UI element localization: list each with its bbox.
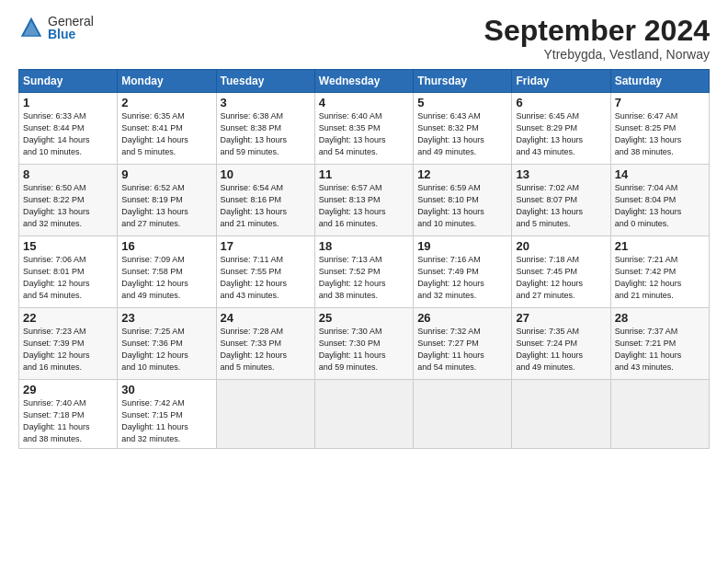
day-number: 20	[516, 239, 606, 253]
table-row	[314, 380, 413, 449]
table-row	[512, 380, 610, 449]
table-row: 22Sunrise: 7:23 AM Sunset: 7:39 PM Dayli…	[19, 308, 118, 380]
day-number: 18	[319, 239, 409, 253]
table-row	[216, 380, 314, 449]
day-number: 1	[23, 96, 113, 109]
day-info: Sunrise: 6:47 AM Sunset: 8:25 PM Dayligh…	[615, 110, 705, 158]
table-row: 17Sunrise: 7:11 AM Sunset: 7:55 PM Dayli…	[216, 236, 314, 308]
day-info: Sunrise: 6:45 AM Sunset: 8:29 PM Dayligh…	[516, 110, 606, 158]
day-info: Sunrise: 7:11 AM Sunset: 7:55 PM Dayligh…	[221, 254, 311, 302]
day-number: 11	[319, 167, 409, 181]
page-header: General Blue September 2024 Ytrebygda, V…	[18, 15, 710, 62]
day-info: Sunrise: 6:54 AM Sunset: 8:16 PM Dayligh…	[221, 182, 311, 230]
day-number: 22	[23, 311, 113, 325]
table-row: 30Sunrise: 7:42 AM Sunset: 7:15 PM Dayli…	[118, 380, 216, 449]
day-info: Sunrise: 7:23 AM Sunset: 7:39 PM Dayligh…	[23, 326, 113, 373]
table-row: 10Sunrise: 6:54 AM Sunset: 8:16 PM Dayli…	[216, 165, 314, 236]
title-block: September 2024 Ytrebygda, Vestland, Norw…	[484, 15, 710, 62]
table-row: 19Sunrise: 7:16 AM Sunset: 7:49 PM Dayli…	[414, 236, 512, 308]
day-number: 28	[615, 311, 705, 325]
month-title: September 2024	[484, 15, 710, 47]
table-row: 24Sunrise: 7:28 AM Sunset: 7:33 PM Dayli…	[216, 308, 314, 380]
calendar-header-row: Sunday Monday Tuesday Wednesday Thursday…	[19, 70, 710, 93]
day-number: 3	[221, 96, 311, 109]
day-info: Sunrise: 7:13 AM Sunset: 7:52 PM Dayligh…	[319, 254, 409, 302]
day-number: 29	[23, 383, 113, 396]
table-row: 14Sunrise: 7:04 AM Sunset: 8:04 PM Dayli…	[610, 165, 709, 236]
day-number: 17	[221, 239, 311, 253]
day-number: 26	[417, 311, 507, 325]
table-row: 7Sunrise: 6:47 AM Sunset: 8:25 PM Daylig…	[610, 93, 709, 165]
col-monday: Monday	[118, 70, 216, 93]
day-info: Sunrise: 7:18 AM Sunset: 7:45 PM Dayligh…	[516, 254, 606, 302]
day-info: Sunrise: 6:33 AM Sunset: 8:44 PM Dayligh…	[23, 110, 113, 158]
table-row: 12Sunrise: 6:59 AM Sunset: 8:10 PM Dayli…	[414, 165, 512, 236]
table-row: 29Sunrise: 7:40 AM Sunset: 7:18 PM Dayli…	[19, 380, 118, 449]
location-subtitle: Ytrebygda, Vestland, Norway	[484, 47, 710, 62]
day-number: 12	[417, 167, 507, 181]
table-row: 2Sunrise: 6:35 AM Sunset: 8:41 PM Daylig…	[118, 93, 216, 165]
col-tuesday: Tuesday	[216, 70, 314, 93]
day-info: Sunrise: 7:40 AM Sunset: 7:18 PM Dayligh…	[23, 397, 113, 445]
day-number: 6	[516, 96, 606, 109]
day-info: Sunrise: 7:32 AM Sunset: 7:27 PM Dayligh…	[417, 326, 507, 373]
day-info: Sunrise: 7:09 AM Sunset: 7:58 PM Dayligh…	[121, 254, 211, 302]
day-number: 24	[221, 311, 311, 325]
day-info: Sunrise: 7:21 AM Sunset: 7:42 PM Dayligh…	[615, 254, 705, 302]
table-row: 6Sunrise: 6:45 AM Sunset: 8:29 PM Daylig…	[512, 93, 610, 165]
day-info: Sunrise: 7:30 AM Sunset: 7:30 PM Dayligh…	[319, 326, 409, 373]
col-friday: Friday	[512, 70, 610, 93]
logo: General Blue	[18, 15, 94, 40]
table-row: 4Sunrise: 6:40 AM Sunset: 8:35 PM Daylig…	[314, 93, 413, 165]
table-row	[414, 380, 512, 449]
col-wednesday: Wednesday	[314, 70, 413, 93]
logo-general-text: General	[48, 15, 94, 28]
table-row: 11Sunrise: 6:57 AM Sunset: 8:13 PM Dayli…	[314, 165, 413, 236]
col-sunday: Sunday	[19, 70, 118, 93]
day-info: Sunrise: 6:57 AM Sunset: 8:13 PM Dayligh…	[319, 182, 409, 230]
day-info: Sunrise: 7:28 AM Sunset: 7:33 PM Dayligh…	[221, 326, 311, 373]
day-number: 9	[121, 167, 211, 181]
table-row: 15Sunrise: 7:06 AM Sunset: 8:01 PM Dayli…	[19, 236, 118, 308]
table-row: 16Sunrise: 7:09 AM Sunset: 7:58 PM Dayli…	[118, 236, 216, 308]
table-row: 18Sunrise: 7:13 AM Sunset: 7:52 PM Dayli…	[314, 236, 413, 308]
day-info: Sunrise: 7:06 AM Sunset: 8:01 PM Dayligh…	[23, 254, 113, 302]
table-row: 9Sunrise: 6:52 AM Sunset: 8:19 PM Daylig…	[118, 165, 216, 236]
logo-blue-text: Blue	[48, 28, 94, 40]
table-row: 25Sunrise: 7:30 AM Sunset: 7:30 PM Dayli…	[314, 308, 413, 380]
day-info: Sunrise: 6:40 AM Sunset: 8:35 PM Dayligh…	[319, 110, 409, 158]
day-info: Sunrise: 7:35 AM Sunset: 7:24 PM Dayligh…	[516, 326, 606, 373]
day-number: 5	[417, 96, 507, 109]
day-info: Sunrise: 7:16 AM Sunset: 7:49 PM Dayligh…	[417, 254, 507, 302]
day-number: 23	[121, 311, 211, 325]
day-number: 14	[615, 167, 705, 181]
day-number: 7	[615, 96, 705, 109]
day-info: Sunrise: 6:52 AM Sunset: 8:19 PM Dayligh…	[121, 182, 211, 230]
day-info: Sunrise: 6:35 AM Sunset: 8:41 PM Dayligh…	[121, 110, 211, 158]
day-info: Sunrise: 6:38 AM Sunset: 8:38 PM Dayligh…	[221, 110, 311, 158]
table-row: 23Sunrise: 7:25 AM Sunset: 7:36 PM Dayli…	[118, 308, 216, 380]
day-number: 13	[516, 167, 606, 181]
day-number: 19	[417, 239, 507, 253]
day-info: Sunrise: 7:37 AM Sunset: 7:21 PM Dayligh…	[615, 326, 705, 373]
day-info: Sunrise: 7:25 AM Sunset: 7:36 PM Dayligh…	[121, 326, 211, 373]
table-row	[610, 380, 709, 449]
col-thursday: Thursday	[414, 70, 512, 93]
day-info: Sunrise: 6:50 AM Sunset: 8:22 PM Dayligh…	[23, 182, 113, 230]
day-number: 15	[23, 239, 113, 253]
day-number: 8	[23, 167, 113, 181]
day-number: 30	[121, 383, 211, 396]
calendar-table: Sunday Monday Tuesday Wednesday Thursday…	[18, 69, 710, 449]
day-info: Sunrise: 7:04 AM Sunset: 8:04 PM Dayligh…	[615, 182, 705, 230]
day-number: 10	[221, 167, 311, 181]
day-info: Sunrise: 7:42 AM Sunset: 7:15 PM Dayligh…	[121, 397, 211, 445]
table-row: 8Sunrise: 6:50 AM Sunset: 8:22 PM Daylig…	[19, 165, 118, 236]
day-number: 27	[516, 311, 606, 325]
day-number: 21	[615, 239, 705, 253]
table-row: 28Sunrise: 7:37 AM Sunset: 7:21 PM Dayli…	[610, 308, 709, 380]
logo-icon	[18, 15, 44, 40]
table-row: 1Sunrise: 6:33 AM Sunset: 8:44 PM Daylig…	[19, 93, 118, 165]
table-row: 26Sunrise: 7:32 AM Sunset: 7:27 PM Dayli…	[414, 308, 512, 380]
table-row: 20Sunrise: 7:18 AM Sunset: 7:45 PM Dayli…	[512, 236, 610, 308]
day-number: 4	[319, 96, 409, 109]
